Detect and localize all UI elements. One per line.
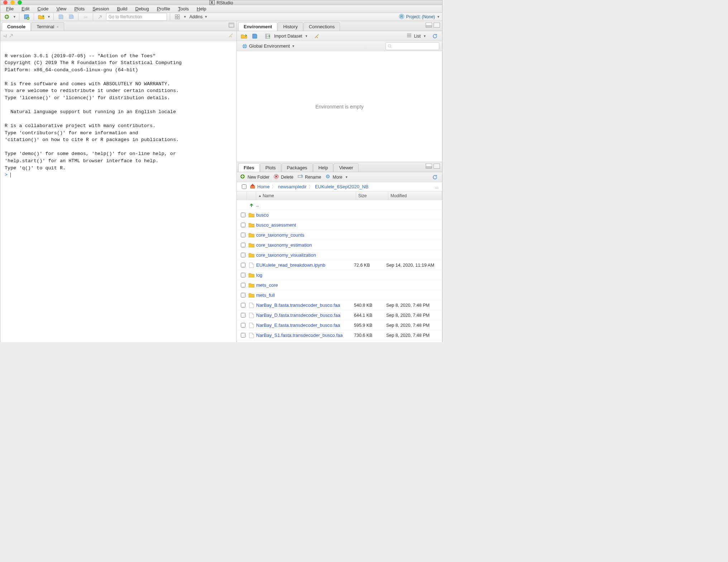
console-output[interactable]: R version 3.6.1 (2019-07-05) -- "Action … bbox=[0, 41, 236, 342]
file-checkbox[interactable] bbox=[241, 273, 245, 277]
breadcrumb-item[interactable]: Home bbox=[256, 184, 271, 189]
file-checkbox[interactable] bbox=[241, 213, 245, 217]
new-file-icon[interactable] bbox=[3, 13, 11, 21]
file-name[interactable]: EUKulele_read_breakdown.ipynb bbox=[256, 262, 354, 268]
new-project-icon[interactable] bbox=[22, 13, 31, 21]
minimize-pane-button[interactable] bbox=[426, 23, 432, 28]
file-name[interactable]: core_taxonomy_counts bbox=[256, 232, 354, 238]
file-row[interactable]: core_taxonomy_counts bbox=[237, 230, 442, 240]
menu-profile[interactable]: Profile bbox=[153, 5, 174, 13]
dropdown-arrow-icon[interactable]: ▼ bbox=[204, 15, 207, 19]
dropdown-arrow-icon[interactable]: ▼ bbox=[345, 175, 348, 179]
dropdown-arrow-icon[interactable]: ▼ bbox=[47, 15, 51, 19]
breadcrumb-item[interactable]: EUKulele_6Sept2020_NB bbox=[314, 184, 370, 189]
file-row[interactable]: mets_core bbox=[237, 280, 442, 290]
file-checkbox[interactable] bbox=[241, 223, 245, 227]
file-name[interactable]: NarBay_E.fasta.transdecoder_busco.faa bbox=[256, 323, 354, 328]
console-share-icon[interactable] bbox=[9, 33, 14, 39]
file-row[interactable]: busco bbox=[237, 210, 442, 220]
menu-tools[interactable]: Tools bbox=[174, 5, 192, 13]
save-all-icon[interactable] bbox=[67, 13, 75, 21]
menu-edit[interactable]: Edit bbox=[18, 5, 33, 13]
env-tab-connections[interactable]: Connections bbox=[303, 22, 340, 31]
delete-button[interactable]: Delete bbox=[281, 175, 293, 180]
maximize-pane-button[interactable] bbox=[434, 23, 440, 28]
file-row[interactable]: mets_full bbox=[237, 290, 442, 300]
file-checkbox[interactable] bbox=[241, 233, 245, 237]
menu-build[interactable]: Build bbox=[114, 5, 131, 13]
files-tab-packages[interactable]: Packages bbox=[282, 163, 313, 172]
new-folder-button[interactable]: New Folder bbox=[248, 175, 269, 180]
column-size-header[interactable]: Size bbox=[356, 192, 388, 200]
dropdown-arrow-icon[interactable]: ▼ bbox=[13, 15, 16, 19]
file-row[interactable]: busco_assessment bbox=[237, 220, 442, 230]
file-name[interactable]: mets_core bbox=[256, 282, 354, 288]
menu-code[interactable]: Code bbox=[34, 5, 52, 13]
dropdown-arrow-icon[interactable]: ▼ bbox=[305, 34, 308, 38]
file-name[interactable]: NarBay_D.fasta.transdecoder_busco.faa bbox=[256, 313, 354, 318]
refresh-icon[interactable] bbox=[431, 32, 439, 40]
file-checkbox[interactable] bbox=[241, 303, 245, 307]
list-view-button[interactable]: List bbox=[414, 34, 421, 39]
minimize-pane-button[interactable] bbox=[426, 164, 432, 169]
file-row[interactable]: NarBay_S1.fasta.transdecoder_busco.faa73… bbox=[237, 330, 442, 340]
menu-view[interactable]: View bbox=[53, 5, 70, 13]
project-menu[interactable]: Project: (None) bbox=[406, 14, 435, 19]
list-view-icon[interactable] bbox=[407, 33, 412, 39]
breadcrumb-item[interactable]: newsampledir bbox=[277, 184, 308, 189]
console-tab-console[interactable]: Console bbox=[2, 22, 31, 31]
save-icon[interactable] bbox=[57, 13, 65, 21]
dropdown-arrow-icon[interactable]: ▼ bbox=[437, 15, 440, 19]
menu-debug[interactable]: Debug bbox=[132, 5, 153, 13]
file-row[interactable]: NarBay_S2.fasta.transdecoder_busco.faa73… bbox=[237, 340, 442, 342]
file-name[interactable]: NarBay_S1.fasta.transdecoder_busco.faa bbox=[256, 333, 354, 338]
print-icon[interactable] bbox=[81, 13, 90, 21]
rename-button[interactable]: Rename bbox=[305, 175, 321, 180]
import-dataset-button[interactable]: Import Dataset bbox=[274, 34, 302, 39]
file-checkbox[interactable] bbox=[241, 253, 245, 257]
file-checkbox[interactable] bbox=[241, 313, 245, 318]
menu-help[interactable]: Help bbox=[193, 5, 210, 13]
open-file-icon[interactable] bbox=[37, 13, 46, 21]
file-checkbox[interactable] bbox=[241, 243, 245, 247]
file-checkbox[interactable] bbox=[241, 333, 245, 338]
close-tab-icon[interactable]: × bbox=[56, 25, 58, 29]
console-tab-terminal[interactable]: Terminal× bbox=[31, 22, 64, 31]
file-up-row[interactable]: .. bbox=[237, 200, 442, 210]
import-dataset-icon[interactable] bbox=[263, 32, 272, 40]
file-name[interactable]: busco bbox=[256, 212, 354, 218]
file-row[interactable]: EUKulele_read_breakdown.ipynb72.6 KBSep … bbox=[237, 260, 442, 270]
file-checkbox[interactable] bbox=[241, 263, 245, 267]
env-tab-history[interactable]: History bbox=[278, 22, 303, 31]
dropdown-arrow-icon[interactable]: ▼ bbox=[183, 15, 187, 19]
files-tab-plots[interactable]: Plots bbox=[260, 163, 281, 172]
select-all-checkbox[interactable] bbox=[242, 184, 246, 189]
file-name[interactable]: busco_assessment bbox=[256, 222, 354, 228]
maximize-pane-button[interactable] bbox=[434, 164, 440, 169]
dropdown-arrow-icon[interactable]: ▼ bbox=[423, 34, 426, 38]
file-name[interactable]: mets_full bbox=[256, 292, 354, 298]
broom-icon[interactable] bbox=[228, 33, 234, 39]
maximize-window-button[interactable] bbox=[18, 0, 22, 5]
minimize-window-button[interactable] bbox=[10, 0, 15, 5]
env-tab-environment[interactable]: Environment bbox=[238, 22, 277, 31]
file-row[interactable]: log bbox=[237, 270, 442, 280]
file-name[interactable]: NarBay_B.fasta.transdecoder_busco.faa bbox=[256, 302, 354, 308]
files-tab-help[interactable]: Help bbox=[313, 163, 334, 172]
addins-menu[interactable]: Addins bbox=[190, 14, 203, 19]
file-row[interactable]: NarBay_B.fasta.transdecoder_busco.faa540… bbox=[237, 300, 442, 310]
file-list[interactable]: ..buscobusco_assessmentcore_taxonomy_cou… bbox=[237, 200, 442, 342]
file-checkbox[interactable] bbox=[241, 323, 245, 328]
console-dir-icon[interactable]: ~/ bbox=[3, 34, 7, 39]
menu-plots[interactable]: Plots bbox=[71, 5, 88, 13]
column-name-header[interactable]: ▲Name bbox=[256, 192, 356, 200]
goto-file-input[interactable]: Go to file/function bbox=[106, 13, 167, 21]
file-name[interactable]: core_taxonomy_estimation bbox=[256, 242, 354, 248]
clear-env-icon[interactable] bbox=[312, 32, 321, 40]
more-button[interactable]: More bbox=[332, 175, 342, 180]
breadcrumb-more-button[interactable]: ... bbox=[435, 184, 439, 189]
menu-file[interactable]: File bbox=[3, 5, 17, 13]
pane-window-icon[interactable] bbox=[229, 23, 234, 29]
file-row[interactable]: core_taxonomy_visualization bbox=[237, 250, 442, 260]
column-modified-header[interactable]: Modified bbox=[388, 192, 442, 200]
